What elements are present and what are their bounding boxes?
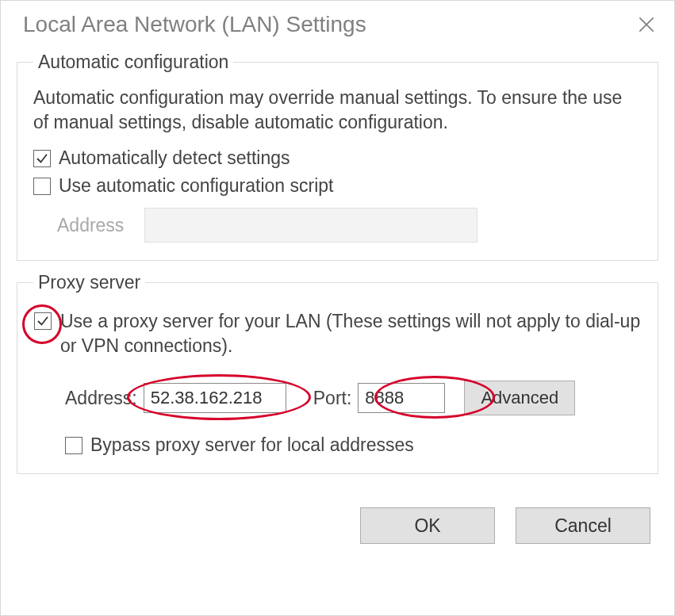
proxy-server-legend: Proxy server [33,272,145,293]
proxy-port-input[interactable] [358,383,445,413]
close-icon[interactable] [636,14,657,35]
automatic-configuration-description: Automatic configuration may override man… [33,86,642,135]
auto-script-row: Use automatic configuration script [33,175,642,197]
bypass-checkbox[interactable] [65,437,82,454]
proxy-fields-row: Address: Port: Advanced [65,381,642,415]
auto-script-checkbox[interactable] [33,178,51,195]
auto-script-address-input [144,208,477,243]
bypass-row: Bypass proxy server for local addresses [65,434,642,456]
dialog-title: Local Area Network (LAN) Settings [23,12,366,37]
cancel-button[interactable]: Cancel [516,507,650,544]
automatic-configuration-legend: Automatic configuration [33,52,233,73]
auto-script-label[interactable]: Use automatic configuration script [59,175,333,197]
proxy-port-label: Port: [313,388,352,409]
auto-detect-checkbox[interactable] [33,150,51,167]
auto-detect-label[interactable]: Automatically detect settings [59,147,290,169]
ok-button[interactable]: OK [360,507,495,544]
proxy-address-input[interactable] [144,383,286,413]
lan-settings-dialog: Local Area Network (LAN) Settings Automa… [0,0,675,616]
use-proxy-checkbox[interactable] [34,312,52,330]
auto-script-address-label: Address [57,215,144,236]
bypass-label[interactable]: Bypass proxy server for local addresses [90,434,414,456]
proxy-use-row: Use a proxy server for your LAN (These s… [33,309,642,358]
auto-detect-row: Automatically detect settings [33,147,642,169]
proxy-address-label: Address: [65,388,137,409]
title-bar: Local Area Network (LAN) Settings [1,1,674,52]
dialog-buttons: OK Cancel [1,485,674,544]
automatic-configuration-group: Automatic configuration Automatic config… [17,52,658,261]
advanced-button[interactable]: Advanced [464,381,575,415]
auto-script-address-row: Address [57,208,642,243]
use-proxy-label[interactable]: Use a proxy server for your LAN (These s… [60,309,642,358]
proxy-server-group: Proxy server Use a proxy server for your… [17,272,658,474]
